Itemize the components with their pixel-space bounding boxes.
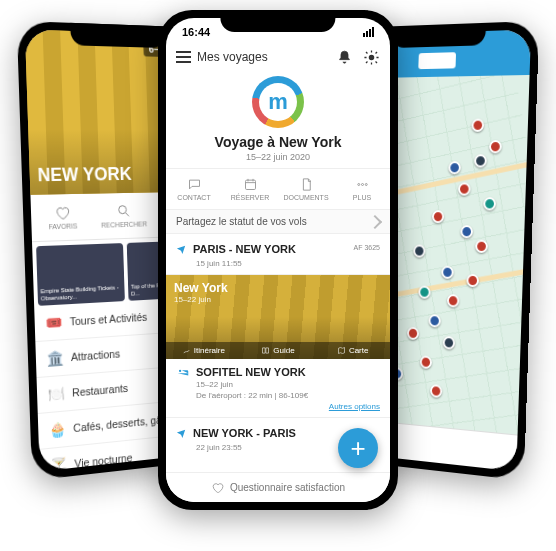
search-icon xyxy=(116,203,131,219)
action-label: PLUS xyxy=(353,194,371,201)
hero-tab-guide[interactable]: Guide xyxy=(241,342,316,359)
hotel-dates: 15–22 juin xyxy=(196,380,380,389)
svg-point-5 xyxy=(357,184,359,186)
plane-depart-icon xyxy=(176,243,187,254)
hotel-name: SOFITEL NEW YORK xyxy=(196,366,306,378)
category-label: Vie nocturne xyxy=(74,451,132,469)
action-row: CONTACT RÉSERVER DOCUMENTS PLUS xyxy=(166,168,390,210)
footer-satisfaction[interactable]: Questionnaire satisfaction xyxy=(166,472,390,502)
tab-label: FAVORIS xyxy=(48,222,77,230)
menu-icon[interactable] xyxy=(176,51,191,63)
page-title: Mes voyages xyxy=(197,50,268,64)
ticket-icon: 🎟️ xyxy=(44,313,62,332)
action-label: DOCUMENTS xyxy=(283,194,328,201)
hero-city-title: NEW YORK xyxy=(37,164,132,187)
action-contact[interactable]: CONTACT xyxy=(166,169,222,209)
hero-tab-label: Carte xyxy=(349,346,369,355)
flight-number: AF 3625 xyxy=(354,244,380,251)
trip-title: Voyage à New York xyxy=(166,134,390,150)
dessert-icon: 🧁 xyxy=(48,420,66,440)
share-label: Partagez le statut de vos vols xyxy=(176,216,307,227)
calendar-icon xyxy=(243,177,258,192)
heart-icon xyxy=(55,204,71,221)
svg-point-7 xyxy=(365,184,367,186)
category-label: Tours et Activités xyxy=(70,311,148,328)
chat-icon xyxy=(187,177,202,192)
destination-hero[interactable]: New York 15–22 juin Itinéraire Guide Car… xyxy=(166,275,390,359)
app-logo: m xyxy=(252,76,304,128)
hotel-other-options-link[interactable]: Autres options xyxy=(176,402,380,411)
category-label: Attractions xyxy=(71,347,121,363)
tab-label: RECHERCHER xyxy=(101,220,147,228)
action-documents[interactable]: DOCUMENTS xyxy=(278,169,334,209)
cocktail-icon: 🍸 xyxy=(49,455,67,471)
bell-icon[interactable] xyxy=(336,49,353,66)
gear-icon[interactable] xyxy=(363,49,380,66)
action-reserver[interactable]: RÉSERVER xyxy=(222,169,278,209)
chevron-right-icon xyxy=(368,214,382,228)
hero-tab-label: Guide xyxy=(273,346,294,355)
tab-rechercher[interactable]: RECHERCHER xyxy=(93,192,154,239)
svg-point-6 xyxy=(361,184,363,186)
trip-dates: 15–22 juin 2020 xyxy=(166,152,390,162)
flight-datetime: 15 juin 11:55 xyxy=(196,259,380,268)
dest-city: New York xyxy=(174,281,228,295)
fab-add-button[interactable]: + xyxy=(338,428,378,468)
hero-tab-itineraire[interactable]: Itinéraire xyxy=(166,342,241,359)
footer-label: Questionnaire satisfaction xyxy=(230,482,345,493)
share-flight-status[interactable]: Partagez le statut de vos vols xyxy=(166,210,390,234)
flight-route: NEW YORK - PARIS xyxy=(193,427,296,439)
svg-point-0 xyxy=(119,206,127,214)
category-label: Restaurants xyxy=(72,382,128,399)
action-label: RÉSERVER xyxy=(231,194,269,201)
restaurant-icon: 🍽️ xyxy=(47,384,65,404)
segment-flight-outbound[interactable]: PARIS - NEW YORK 15 juin 11:55 AF 3625 xyxy=(166,234,390,275)
card-caption: Empire State Building Tickets - Observat… xyxy=(40,284,122,302)
dest-dates: 15–22 juin xyxy=(174,295,228,304)
signal-icon xyxy=(363,27,374,37)
map-filter-pill[interactable] xyxy=(418,52,456,69)
svg-point-3 xyxy=(369,55,373,59)
action-plus[interactable]: PLUS xyxy=(334,169,390,209)
bed-icon xyxy=(176,365,190,379)
phone-center: 16:44 Mes voyages m Voyage à New York 15… xyxy=(158,10,398,510)
heart-outline-icon xyxy=(211,481,224,494)
route-icon xyxy=(182,346,191,355)
hero-tab-carte[interactable]: Carte xyxy=(315,342,390,359)
landmark-icon: 🏛️ xyxy=(45,348,63,368)
book-icon xyxy=(261,346,270,355)
more-icon xyxy=(355,177,370,192)
segment-hotel[interactable]: SOFITEL NEW YORK 15–22 juin De l'aéropor… xyxy=(166,359,390,418)
tab-favoris[interactable]: FAVORIS xyxy=(30,194,94,242)
plane-depart-icon xyxy=(176,427,187,438)
action-label: CONTACT xyxy=(177,194,210,201)
top-bar: Mes voyages xyxy=(166,42,390,72)
map-icon xyxy=(337,346,346,355)
status-time: 16:44 xyxy=(182,26,210,38)
hero-tab-label: Itinéraire xyxy=(194,346,225,355)
activity-card[interactable]: Empire State Building Tickets - Observat… xyxy=(36,243,125,306)
hotel-airport-info: De l'aéroport : 22 min | 86-109€ xyxy=(196,391,380,400)
document-icon xyxy=(299,177,314,192)
flight-route: PARIS - NEW YORK xyxy=(193,243,296,255)
svg-rect-4 xyxy=(245,180,255,189)
